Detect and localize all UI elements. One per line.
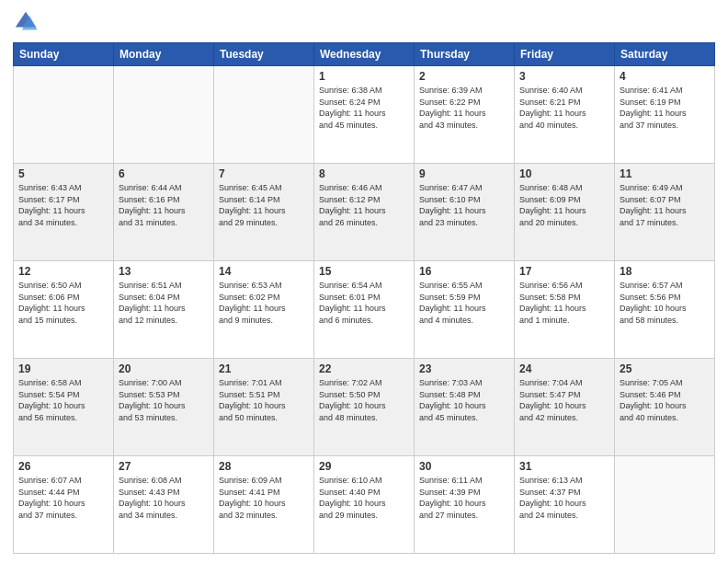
calendar-cell: 28Sunrise: 6:09 AM Sunset: 4:41 PM Dayli… [214, 456, 314, 554]
day-number: 31 [519, 460, 609, 473]
calendar-cell: 25Sunrise: 7:05 AM Sunset: 5:46 PM Dayli… [615, 359, 715, 456]
calendar-cell: 12Sunrise: 6:50 AM Sunset: 6:06 PM Dayli… [14, 261, 114, 359]
day-number: 15 [319, 265, 409, 278]
day-info: Sunrise: 7:00 AM Sunset: 5:53 PM Dayligh… [119, 377, 209, 423]
day-info: Sunrise: 7:05 AM Sunset: 5:46 PM Dayligh… [620, 377, 710, 423]
calendar-cell: 3Sunrise: 6:40 AM Sunset: 6:21 PM Daylig… [515, 66, 615, 164]
day-info: Sunrise: 7:01 AM Sunset: 5:51 PM Dayligh… [219, 377, 309, 423]
calendar-row-2: 12Sunrise: 6:50 AM Sunset: 6:06 PM Dayli… [14, 261, 715, 359]
calendar-cell: 17Sunrise: 6:56 AM Sunset: 5:58 PM Dayli… [515, 261, 615, 359]
day-number: 30 [419, 460, 509, 473]
calendar-cell: 8Sunrise: 6:46 AM Sunset: 6:12 PM Daylig… [314, 164, 415, 261]
weekday-header-tuesday: Tuesday [214, 43, 314, 66]
calendar-cell [214, 66, 314, 164]
weekday-header-sunday: Sunday [14, 43, 114, 66]
calendar-cell: 16Sunrise: 6:55 AM Sunset: 5:59 PM Dayli… [415, 261, 515, 359]
day-number: 9 [419, 167, 509, 180]
day-info: Sunrise: 7:02 AM Sunset: 5:50 PM Dayligh… [319, 377, 409, 423]
day-number: 17 [519, 265, 609, 278]
day-info: Sunrise: 7:03 AM Sunset: 5:48 PM Dayligh… [419, 377, 509, 423]
day-number: 2 [419, 70, 509, 83]
calendar-cell: 6Sunrise: 6:44 AM Sunset: 6:16 PM Daylig… [114, 164, 214, 261]
day-number: 18 [620, 265, 710, 278]
calendar-cell: 13Sunrise: 6:51 AM Sunset: 6:04 PM Dayli… [114, 261, 214, 359]
day-info: Sunrise: 6:58 AM Sunset: 5:54 PM Dayligh… [18, 377, 108, 423]
day-info: Sunrise: 6:57 AM Sunset: 5:56 PM Dayligh… [620, 280, 710, 326]
day-info: Sunrise: 6:48 AM Sunset: 6:09 PM Dayligh… [519, 182, 609, 228]
day-info: Sunrise: 7:04 AM Sunset: 5:47 PM Dayligh… [519, 377, 609, 423]
day-number: 22 [319, 362, 409, 375]
day-number: 28 [219, 460, 309, 473]
day-number: 10 [519, 167, 609, 180]
day-info: Sunrise: 6:11 AM Sunset: 4:39 PM Dayligh… [419, 475, 509, 521]
day-number: 13 [119, 265, 209, 278]
weekday-header-friday: Friday [515, 43, 615, 66]
day-number: 1 [319, 70, 409, 83]
day-number: 16 [419, 265, 509, 278]
day-info: Sunrise: 6:40 AM Sunset: 6:21 PM Dayligh… [519, 85, 609, 131]
weekday-header-monday: Monday [114, 43, 214, 66]
calendar-table: SundayMondayTuesdayWednesdayThursdayFrid… [13, 42, 715, 554]
day-info: Sunrise: 6:38 AM Sunset: 6:24 PM Dayligh… [319, 85, 409, 131]
day-info: Sunrise: 6:43 AM Sunset: 6:17 PM Dayligh… [18, 182, 108, 228]
day-info: Sunrise: 6:07 AM Sunset: 4:44 PM Dayligh… [18, 475, 108, 521]
day-number: 27 [119, 460, 209, 473]
day-info: Sunrise: 6:49 AM Sunset: 6:07 PM Dayligh… [620, 182, 710, 228]
calendar-cell: 18Sunrise: 6:57 AM Sunset: 5:56 PM Dayli… [615, 261, 715, 359]
day-number: 8 [319, 167, 409, 180]
weekday-header-row: SundayMondayTuesdayWednesdayThursdayFrid… [14, 43, 715, 66]
calendar-cell: 4Sunrise: 6:41 AM Sunset: 6:19 PM Daylig… [615, 66, 715, 164]
header [13, 9, 715, 35]
calendar-cell: 10Sunrise: 6:48 AM Sunset: 6:09 PM Dayli… [515, 164, 615, 261]
calendar-cell: 14Sunrise: 6:53 AM Sunset: 6:02 PM Dayli… [214, 261, 314, 359]
calendar-cell [615, 456, 715, 554]
day-number: 20 [119, 362, 209, 375]
day-number: 24 [519, 362, 609, 375]
day-info: Sunrise: 6:09 AM Sunset: 4:41 PM Dayligh… [219, 475, 309, 521]
day-info: Sunrise: 6:10 AM Sunset: 4:40 PM Dayligh… [319, 475, 409, 521]
calendar-cell [14, 66, 114, 164]
day-number: 7 [219, 167, 309, 180]
day-number: 19 [18, 362, 108, 375]
day-info: Sunrise: 6:44 AM Sunset: 6:16 PM Dayligh… [119, 182, 209, 228]
calendar-cell: 9Sunrise: 6:47 AM Sunset: 6:10 PM Daylig… [415, 164, 515, 261]
calendar-cell: 1Sunrise: 6:38 AM Sunset: 6:24 PM Daylig… [314, 66, 415, 164]
day-info: Sunrise: 6:08 AM Sunset: 4:43 PM Dayligh… [119, 475, 209, 521]
day-number: 4 [620, 70, 710, 83]
calendar-cell: 29Sunrise: 6:10 AM Sunset: 4:40 PM Dayli… [314, 456, 415, 554]
day-number: 23 [419, 362, 509, 375]
day-info: Sunrise: 6:45 AM Sunset: 6:14 PM Dayligh… [219, 182, 309, 228]
day-info: Sunrise: 6:46 AM Sunset: 6:12 PM Dayligh… [319, 182, 409, 228]
weekday-header-thursday: Thursday [415, 43, 515, 66]
day-number: 6 [119, 167, 209, 180]
calendar-cell: 23Sunrise: 7:03 AM Sunset: 5:48 PM Dayli… [415, 359, 515, 456]
day-info: Sunrise: 6:51 AM Sunset: 6:04 PM Dayligh… [119, 280, 209, 326]
day-number: 14 [219, 265, 309, 278]
calendar-cell: 20Sunrise: 7:00 AM Sunset: 5:53 PM Dayli… [114, 359, 214, 456]
calendar-cell: 21Sunrise: 7:01 AM Sunset: 5:51 PM Dayli… [214, 359, 314, 456]
day-number: 29 [319, 460, 409, 473]
calendar-cell: 15Sunrise: 6:54 AM Sunset: 6:01 PM Dayli… [314, 261, 415, 359]
logo [13, 9, 42, 35]
calendar-cell: 7Sunrise: 6:45 AM Sunset: 6:14 PM Daylig… [214, 164, 314, 261]
calendar-cell: 2Sunrise: 6:39 AM Sunset: 6:22 PM Daylig… [415, 66, 515, 164]
day-info: Sunrise: 6:56 AM Sunset: 5:58 PM Dayligh… [519, 280, 609, 326]
day-info: Sunrise: 6:39 AM Sunset: 6:22 PM Dayligh… [419, 85, 509, 131]
calendar-cell [114, 66, 214, 164]
calendar-cell: 11Sunrise: 6:49 AM Sunset: 6:07 PM Dayli… [615, 164, 715, 261]
day-info: Sunrise: 6:53 AM Sunset: 6:02 PM Dayligh… [219, 280, 309, 326]
calendar-cell: 19Sunrise: 6:58 AM Sunset: 5:54 PM Dayli… [14, 359, 114, 456]
page: SundayMondayTuesdayWednesdayThursdayFrid… [0, 0, 728, 563]
calendar-cell: 27Sunrise: 6:08 AM Sunset: 4:43 PM Dayli… [114, 456, 214, 554]
weekday-header-wednesday: Wednesday [314, 43, 415, 66]
day-info: Sunrise: 6:55 AM Sunset: 5:59 PM Dayligh… [419, 280, 509, 326]
logo-icon [13, 9, 39, 35]
day-info: Sunrise: 6:50 AM Sunset: 6:06 PM Dayligh… [18, 280, 108, 326]
calendar-cell: 22Sunrise: 7:02 AM Sunset: 5:50 PM Dayli… [314, 359, 415, 456]
calendar-cell: 24Sunrise: 7:04 AM Sunset: 5:47 PM Dayli… [515, 359, 615, 456]
day-number: 3 [519, 70, 609, 83]
day-number: 21 [219, 362, 309, 375]
weekday-header-saturday: Saturday [615, 43, 715, 66]
calendar-row-0: 1Sunrise: 6:38 AM Sunset: 6:24 PM Daylig… [14, 66, 715, 164]
calendar-cell: 5Sunrise: 6:43 AM Sunset: 6:17 PM Daylig… [14, 164, 114, 261]
